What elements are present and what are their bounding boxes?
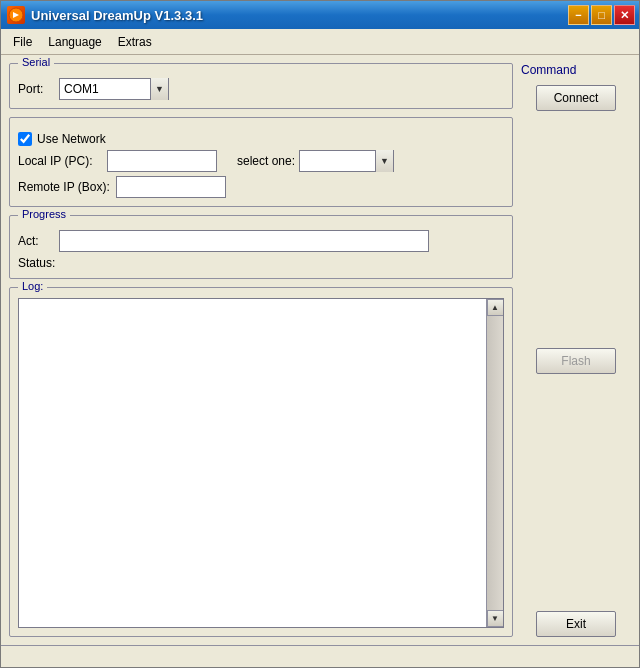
command-label: Command [521, 63, 576, 77]
menu-language[interactable]: Language [40, 32, 109, 52]
connect-button[interactable]: Connect [536, 85, 616, 111]
remote-ip-row: Remote IP (Box): [18, 176, 504, 198]
select-one-combo[interactable]: ▼ [299, 150, 394, 172]
scroll-down-arrow: ▼ [491, 614, 499, 623]
port-input[interactable] [60, 79, 150, 99]
serial-group: Serial Port: ▼ [9, 63, 513, 109]
scroll-up-btn[interactable]: ▲ [487, 299, 504, 316]
status-bar [1, 645, 639, 667]
app-icon [7, 6, 25, 24]
use-network-checkbox[interactable] [18, 132, 32, 146]
serial-group-title: Serial [18, 56, 54, 68]
scroll-up-arrow: ▲ [491, 303, 499, 312]
local-ip-label: Local IP (PC): [18, 154, 103, 168]
network-group: Use Network Local IP (PC): select one: ▼… [9, 117, 513, 207]
remote-ip-input[interactable] [116, 176, 226, 198]
log-area-container: ▲ ▼ [18, 298, 504, 628]
log-group: Log: ▲ ▼ [9, 287, 513, 637]
remote-ip-label: Remote IP (Box): [18, 180, 110, 194]
title-bar-left: Universal DreamUp V1.3.3.1 [7, 6, 203, 24]
local-ip-row: Local IP (PC): select one: ▼ [18, 150, 504, 172]
local-ip-input[interactable] [107, 150, 217, 172]
title-bar: Universal DreamUp V1.3.3.1 − □ ✕ [1, 1, 639, 29]
select-one-label: select one: [237, 154, 295, 168]
serial-port-row: Port: ▼ [18, 78, 504, 100]
log-textarea[interactable] [19, 299, 486, 627]
right-panel: Command Connect Flash Exit [521, 63, 631, 637]
exit-button[interactable]: Exit [536, 611, 616, 637]
port-dropdown-btn[interactable]: ▼ [150, 78, 168, 100]
port-dropdown-arrow: ▼ [155, 84, 164, 94]
title-buttons: − □ ✕ [568, 5, 635, 25]
progress-group-title: Progress [18, 208, 70, 220]
minimize-button[interactable]: − [568, 5, 589, 25]
maximize-button[interactable]: □ [591, 5, 612, 25]
act-row: Act: [18, 230, 504, 252]
status-row: Status: [18, 256, 504, 270]
scroll-track[interactable] [487, 316, 504, 610]
use-network-label[interactable]: Use Network [37, 132, 106, 146]
window-title: Universal DreamUp V1.3.3.1 [31, 8, 203, 23]
status-label: Status: [18, 256, 55, 270]
close-button[interactable]: ✕ [614, 5, 635, 25]
select-one-dropdown-btn[interactable]: ▼ [375, 150, 393, 172]
select-one-arrow: ▼ [380, 156, 389, 166]
menu-file[interactable]: File [5, 32, 40, 52]
log-group-title: Log: [18, 280, 47, 292]
progress-group: Progress Act: Status: [9, 215, 513, 279]
scroll-down-btn[interactable]: ▼ [487, 610, 504, 627]
menu-extras[interactable]: Extras [110, 32, 160, 52]
main-window: Universal DreamUp V1.3.3.1 − □ ✕ File La… [0, 0, 640, 668]
left-panel: Serial Port: ▼ Use Network [9, 63, 513, 637]
use-network-row: Use Network [18, 132, 504, 146]
main-content: Serial Port: ▼ Use Network [1, 55, 639, 645]
act-label: Act: [18, 234, 53, 248]
flash-button[interactable]: Flash [536, 348, 616, 374]
menu-bar: File Language Extras [1, 29, 639, 55]
act-input[interactable] [59, 230, 429, 252]
select-one-input[interactable] [300, 151, 375, 171]
log-scrollbar: ▲ ▼ [486, 299, 503, 627]
port-combo[interactable]: ▼ [59, 78, 169, 100]
port-label: Port: [18, 82, 53, 96]
